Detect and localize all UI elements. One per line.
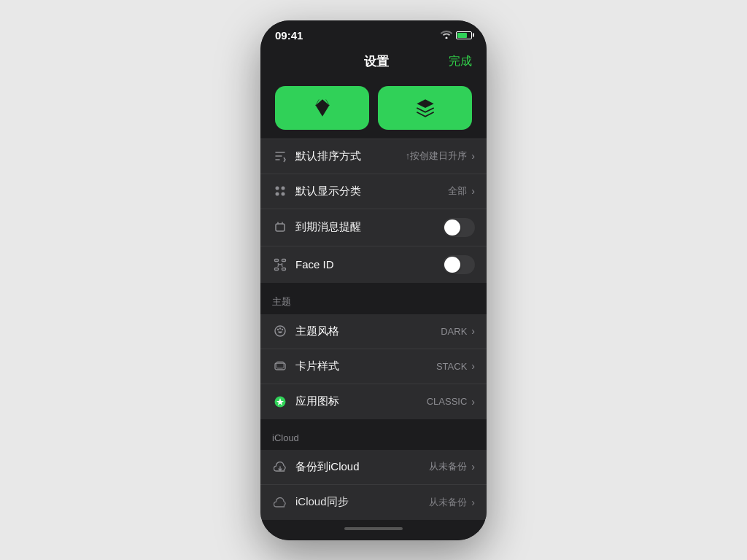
- phone-frame: 09:41 设置 完成: [260, 20, 487, 540]
- default-category-value: 全部: [448, 184, 467, 198]
- face-id-label: Face ID: [295, 258, 443, 271]
- svg-point-13: [279, 327, 281, 329]
- face-id-toggle[interactable]: [443, 255, 475, 274]
- chevron-icon: ›: [471, 461, 475, 472]
- expiry-reminder-row[interactable]: 到期消息提醒: [260, 209, 487, 246]
- chevron-icon: ›: [471, 360, 475, 372]
- backup-icloud-row[interactable]: 备份到iCloud 从未备份 ›: [260, 450, 487, 485]
- icloud-settings-list: 备份到iCloud 从未备份 › iCloud同步 从未备份 ›: [260, 450, 487, 520]
- wifi-icon: [441, 30, 452, 41]
- palette-icon: [272, 323, 288, 339]
- layers-app-button[interactable]: [378, 86, 472, 130]
- appicon-icon: [272, 394, 288, 410]
- settings-header: 设置 完成: [260, 47, 487, 79]
- page-title: 设置: [364, 53, 389, 70]
- app-icons-section: [260, 79, 487, 139]
- default-category-row[interactable]: 默认显示分类 全部 ›: [260, 174, 487, 209]
- svg-point-1: [282, 187, 285, 190]
- app-icon-row[interactable]: 应用图标 CLASSIC ›: [260, 384, 487, 419]
- svg-rect-6: [282, 259, 286, 261]
- done-button[interactable]: 完成: [449, 54, 472, 69]
- card-style-row[interactable]: 卡片样式 STACK ›: [260, 349, 487, 384]
- card-icon: [272, 358, 288, 374]
- battery-icon: [456, 31, 472, 39]
- status-time: 09:41: [275, 29, 303, 42]
- chevron-icon: ›: [471, 325, 475, 337]
- default-sort-label: 默认排序方式: [295, 149, 406, 163]
- theme-header-text: 主题: [272, 296, 291, 307]
- cloud-icon: [272, 459, 288, 475]
- app-icon-label: 应用图标: [295, 394, 427, 408]
- sort-icon: [272, 148, 288, 164]
- backup-icloud-value: 从未备份: [429, 460, 467, 473]
- face-id-row[interactable]: Face ID: [260, 246, 487, 283]
- theme-style-row[interactable]: 主题风格 DARK ›: [260, 314, 487, 349]
- notification-icon: [272, 219, 288, 236]
- diamond-icon: [312, 98, 333, 118]
- svg-rect-4: [276, 224, 285, 231]
- svg-rect-5: [275, 259, 279, 261]
- chevron-icon: ›: [471, 497, 475, 508]
- icloud-section-header: iCloud: [260, 419, 487, 450]
- card-style-value: STACK: [436, 361, 467, 372]
- svg-point-12: [277, 329, 279, 330]
- svg-rect-8: [282, 268, 286, 270]
- svg-point-2: [276, 192, 279, 196]
- general-settings-list: 默认排序方式 ↑按创建日升序 › 默认显示分类 全部 ›: [260, 139, 487, 283]
- svg-point-0: [276, 187, 279, 190]
- theme-section-header: 主题: [260, 283, 487, 314]
- app-icon-value: CLASSIC: [427, 396, 468, 407]
- layers-icon: [415, 98, 436, 118]
- icloud-icon: [272, 494, 288, 510]
- chevron-icon: ›: [471, 150, 475, 162]
- category-icon: [272, 183, 288, 199]
- chevron-icon: ›: [471, 185, 475, 197]
- svg-point-11: [275, 326, 285, 336]
- default-sort-row[interactable]: 默认排序方式 ↑按创建日升序 ›: [260, 139, 487, 174]
- theme-settings-list: 主题风格 DARK › 卡片样式 STACK ›: [260, 314, 487, 419]
- sketch-app-button[interactable]: [275, 86, 369, 130]
- expiry-reminder-label: 到期消息提醒: [295, 220, 443, 234]
- icloud-sync-label: iCloud同步: [295, 495, 429, 509]
- default-category-label: 默认显示分类: [295, 184, 448, 198]
- faceid-icon: [272, 257, 288, 273]
- expiry-reminder-toggle[interactable]: [443, 218, 475, 237]
- svg-point-14: [282, 329, 283, 330]
- svg-point-3: [282, 192, 285, 196]
- card-style-label: 卡片样式: [295, 359, 436, 373]
- chevron-icon: ›: [471, 396, 475, 408]
- bottom-bar: [260, 520, 487, 540]
- icloud-sync-value: 从未备份: [429, 496, 467, 509]
- scroll-indicator: [344, 527, 403, 530]
- status-bar: 09:41: [260, 20, 487, 47]
- status-icons: [441, 30, 472, 41]
- svg-rect-7: [275, 268, 279, 270]
- icloud-header-text: iCloud: [272, 432, 299, 443]
- theme-style-value: DARK: [441, 326, 467, 337]
- icloud-sync-row[interactable]: iCloud同步 从未备份 ›: [260, 485, 487, 520]
- default-sort-value: ↑按创建日升序: [406, 149, 468, 163]
- theme-style-label: 主题风格: [295, 324, 441, 338]
- backup-icloud-label: 备份到iCloud: [295, 460, 429, 474]
